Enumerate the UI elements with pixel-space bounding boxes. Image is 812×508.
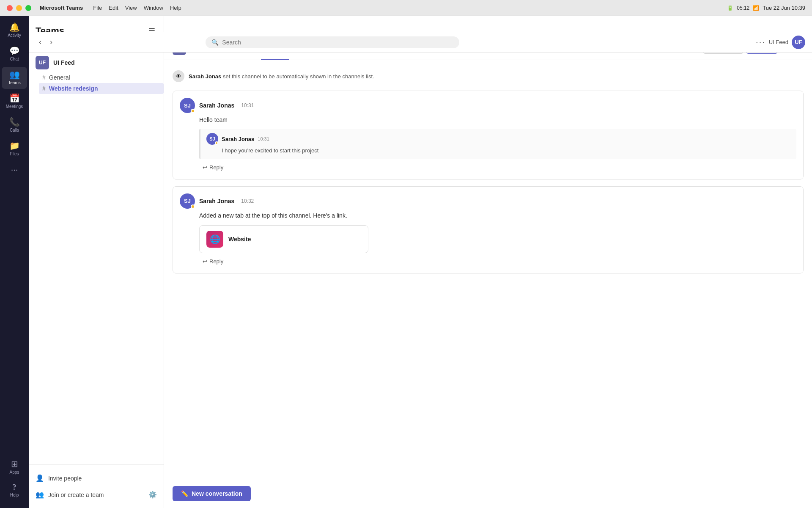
reply-button-2[interactable]: ↩ Reply <box>199 257 227 266</box>
nav-item-more[interactable]: ··· <box>2 162 27 177</box>
bottom-bar: ✏️ New conversation <box>164 479 812 508</box>
channel-hash-icon-2: # <box>42 85 46 92</box>
nested-body-1: I hope you're excited to start this proj… <box>206 146 790 155</box>
app-container: ‹ › 🔍 ··· UI Feed UF 🔔 Activity 💬 Chat 👥… <box>0 16 812 508</box>
top-search-area: ‹ › 🔍 ··· UI Feed UF <box>29 32 812 52</box>
title-bar-right: 🔋 05:12 📶 Tue 22 Jun 10:39 <box>727 5 805 11</box>
meetings-icon: 📅 <box>9 94 20 102</box>
menu-bar: File Edit View Window Help <box>93 5 181 11</box>
activity-icon: 🔔 <box>9 23 20 31</box>
gear-icon[interactable]: ⚙️ <box>148 491 157 499</box>
message-sender-2: Sarah Jonas <box>199 198 234 204</box>
menu-view[interactable]: View <box>125 5 137 11</box>
join-create-action[interactable]: 👥 Join or create a team ⚙️ <box>29 486 164 503</box>
nav-item-teams[interactable]: 👥 Teams <box>2 67 27 89</box>
avatar-initials-2: SJ <box>184 198 191 204</box>
calls-icon: 📞 <box>9 118 20 126</box>
nested-status-dot-1 <box>215 141 218 145</box>
nested-message-1: SJ Sarah Jonas 10:31 I hope you're excit… <box>199 129 796 159</box>
back-button[interactable]: ‹ <box>36 36 45 48</box>
channel-item-general[interactable]: # General <box>39 72 164 83</box>
message-body-1: Hello team <box>180 116 796 124</box>
join-create-label: Join or create a team <box>48 491 104 498</box>
menu-help[interactable]: Help <box>170 5 181 11</box>
apps-icon: ⊞ <box>11 460 18 468</box>
message-card-1: SJ Sarah Jonas 10:31 Hello team SJ Sarah… <box>173 91 804 179</box>
menu-file[interactable]: File <box>93 5 102 11</box>
website-card-label: Website <box>228 236 251 243</box>
sidebar-bottom: 👤 Invite people 👥 Join or create a team … <box>29 464 164 508</box>
status-dot-2 <box>191 204 195 209</box>
search-input[interactable] <box>222 39 453 46</box>
minimize-btn[interactable] <box>16 5 22 11</box>
search-icon: 🔍 <box>211 39 219 46</box>
website-card-icon: 🌐 <box>206 231 223 248</box>
chat-icon: 💬 <box>9 47 20 55</box>
channel-list: # General # Website redesign <box>29 72 164 94</box>
menu-window[interactable]: Window <box>144 5 163 11</box>
app-name: Microsoft Teams <box>40 5 83 11</box>
message-sender-1: Sarah Jonas <box>199 102 234 109</box>
battery-icon: 🔋 <box>727 5 733 11</box>
nav-item-chat[interactable]: 💬 Chat <box>2 43 27 65</box>
channel-name-general: General <box>49 74 70 81</box>
nav-bottom: ⊞ Apps ? Help <box>2 456 27 505</box>
messages-area[interactable]: 👁 Sarah Jonas set this channel to be aut… <box>164 60 812 479</box>
nav-item-apps[interactable]: ⊞ Apps <box>2 456 27 478</box>
menu-edit[interactable]: Edit <box>109 5 118 11</box>
nested-sender-1: Sarah Jonas <box>222 136 254 142</box>
reply-icon-2: ↩ <box>203 258 207 265</box>
nav-label-files: Files <box>10 152 19 157</box>
new-conversation-button[interactable]: ✏️ New conversation <box>173 486 251 501</box>
wifi-icon: 📶 <box>753 5 759 11</box>
channel-name-website-redesign: Website redesign <box>49 85 98 92</box>
user-avatar[interactable]: UF <box>792 36 805 49</box>
close-btn[interactable] <box>7 5 13 11</box>
website-card[interactable]: 🌐 Website <box>199 225 368 253</box>
message-body-2: Added a new tab at the top of this chann… <box>180 211 796 220</box>
time-display: Tue 22 Jun 10:39 <box>763 5 805 11</box>
nav-item-files[interactable]: 📁 Files <box>2 138 27 160</box>
nav-item-calls[interactable]: 📞 Calls <box>2 114 27 136</box>
team-avatar-ui-feed: UF <box>36 56 49 69</box>
nav-label-meetings: Meetings <box>6 104 23 109</box>
system-message: 👁 Sarah Jonas set this channel to be aut… <box>173 67 804 86</box>
invite-icon: 👤 <box>36 474 44 482</box>
invite-people-action[interactable]: 👤 Invite people <box>29 470 164 486</box>
nav-label-teams: Teams <box>8 80 20 86</box>
system-icons: 🔋 05:12 📶 Tue 22 Jun 10:39 <box>727 5 805 11</box>
message-time-1: 10:31 <box>241 102 254 108</box>
message-header-1: SJ Sarah Jonas 10:31 <box>180 98 796 113</box>
reply-label-2: Reply <box>209 258 223 265</box>
channel-item-website-redesign[interactable]: # Website redesign <box>39 83 164 94</box>
message-avatar-1: SJ <box>180 98 195 113</box>
globe-icon: 🌐 <box>210 234 220 244</box>
new-conversation-label: New conversation <box>192 490 242 497</box>
message-card-2: SJ Sarah Jonas 10:32 Added a new tab at … <box>173 186 804 273</box>
top-right-actions: ··· UI Feed UF <box>756 36 805 49</box>
nav-label-chat: Chat <box>10 57 19 62</box>
global-search: 🔍 <box>206 36 459 48</box>
nav-item-activity[interactable]: 🔔 Activity <box>2 19 27 41</box>
maximize-btn[interactable] <box>25 5 31 11</box>
battery-time: 05:12 <box>737 5 749 11</box>
reply-button-1[interactable]: ↩ Reply <box>199 163 227 172</box>
team-name-ui-feed: UI Feed <box>53 59 147 66</box>
forward-button[interactable]: › <box>47 36 56 48</box>
nav-item-meetings[interactable]: 📅 Meetings <box>2 91 27 113</box>
more-options-icon[interactable]: ··· <box>756 37 765 47</box>
nav-label-help: Help <box>10 493 19 498</box>
team-item-ui-feed[interactable]: UF UI Feed ··· <box>29 53 164 72</box>
new-conversation-icon: ✏️ <box>181 490 188 497</box>
nav-label-activity: Activity <box>8 33 21 38</box>
avatar-initials-1: SJ <box>184 102 191 109</box>
more-icon: ··· <box>11 165 18 174</box>
nav-item-help[interactable]: ? Help <box>2 480 27 501</box>
system-message-body: set this channel to be automatically sho… <box>223 73 374 80</box>
main-content: UF Website redesign Posts Files Wiki Web… <box>164 16 812 508</box>
nav-arrows: ‹ › <box>36 36 56 48</box>
message-avatar-2: SJ <box>180 193 195 209</box>
reply-icon-1: ↩ <box>203 164 207 171</box>
mac-title-bar: Microsoft Teams File Edit View Window He… <box>0 0 812 16</box>
sidebar: Teams ☰ Your teams UF UI Feed ··· # Gene… <box>29 16 164 508</box>
